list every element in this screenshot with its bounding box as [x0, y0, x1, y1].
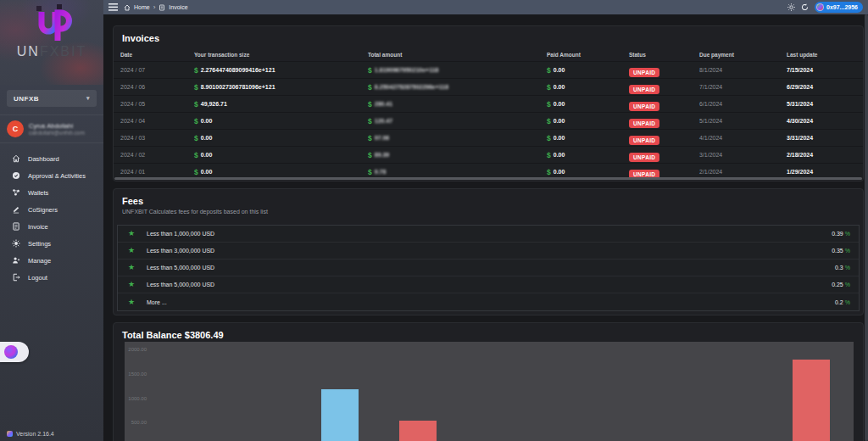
sidebar-item-settings[interactable]: Settings — [0, 235, 103, 252]
status-cell: UNPAID — [629, 131, 699, 146]
dollar-icon: $ — [547, 168, 551, 176]
transaction-size-cell: $0.00 — [194, 151, 368, 159]
dollar-icon: $ — [194, 117, 198, 126]
vertical-scrollbar[interactable] — [865, 14, 868, 441]
sidebar-item-approval-activities[interactable]: Approval & Activities — [0, 167, 103, 184]
horizontal-scrollbar[interactable] — [114, 177, 862, 180]
fee-rate-value: 0.3 — [835, 265, 843, 271]
star-icon: ★ — [128, 281, 147, 288]
percent-sign: % — [845, 265, 850, 271]
last-update-cell: 6/29/2024 — [787, 84, 863, 90]
paid-amount-cell-value: 0.00 — [554, 67, 565, 73]
main-content: Invoices DateYour transaction sizeTotal … — [103, 14, 868, 441]
table-row: 2024 / 06$8.9010027306781096e+121$8.2504… — [114, 78, 863, 95]
breadcrumb-home[interactable]: Home — [134, 4, 150, 10]
sidebar-item-manage[interactable]: Manage — [0, 252, 103, 269]
dollar-icon: $ — [547, 117, 551, 126]
sidebar-item-cosigners[interactable]: CoSigners — [0, 201, 103, 218]
wallet-avatar-icon — [816, 3, 824, 11]
invoice-icon — [12, 222, 20, 231]
sidebar-item-invoice[interactable]: Invoice — [0, 218, 103, 235]
total-amount-cell: $8.2504275287502296e+118 — [368, 83, 547, 92]
total-amount-cell-value: 1.8190967950210e+118 — [375, 67, 439, 73]
dollar-icon: $ — [547, 66, 551, 75]
dollar-icon: $ — [194, 100, 198, 109]
paid-amount-cell: $0.00 — [547, 66, 629, 75]
fee-list-item[interactable]: ★Less than 3,000,000 USD0.35% — [118, 243, 859, 260]
dollar-icon: $ — [368, 66, 372, 75]
fee-list-item[interactable]: ★Less than 1,000,000 USD0.39% — [118, 226, 859, 243]
org-selector-value: UNFXB — [14, 95, 39, 103]
dollar-icon: $ — [194, 168, 198, 176]
due-payment-cell: 5/1/2024 — [699, 118, 787, 124]
table-row: 2024 / 05$49,926.71$280.41$0.00UNPAID6/1… — [114, 95, 863, 112]
support-widget-button[interactable] — [0, 342, 29, 362]
date-cell: 2024 / 01 — [120, 169, 194, 175]
date-cell: 2024 / 07 — [120, 67, 194, 73]
sidebar: UNFXBIT UNFXB ▾ C Cyrus Abdollahi cabdol… — [0, 0, 103, 441]
status-cell: UNPAID — [629, 63, 699, 78]
user-name: Cyrus Abdollahi — [29, 122, 85, 130]
sidebar-item-label: Logout — [28, 274, 47, 282]
refresh-icon[interactable] — [801, 3, 809, 11]
menu-icon[interactable] — [108, 3, 118, 11]
transaction-size-cell-value: 2.2764474089099416e+121 — [201, 67, 275, 73]
user-email: cabdollahi@unfxb.com — [29, 130, 85, 136]
topbar: Home › Invoice 0x97...2956 — [103, 0, 868, 14]
manage-icon — [12, 256, 20, 265]
breadcrumb: Home › Invoice — [124, 4, 188, 11]
transaction-size-cell-value: 0.00 — [201, 118, 213, 124]
fee-rate-value: 0.35 — [832, 248, 843, 254]
paid-amount-cell-value: 0.00 — [554, 101, 565, 107]
table-row: 2024 / 03$0.00$97.06$0.00UNPAID4/1/20243… — [114, 129, 863, 146]
transaction-size-cell: $8.9010027306781096e+121 — [194, 83, 368, 92]
dollar-icon: $ — [194, 134, 198, 142]
transaction-size-cell: $0.00 — [194, 134, 368, 142]
status-cell: UNPAID — [629, 97, 699, 112]
dollar-icon: $ — [368, 117, 372, 126]
sidebar-item-wallets[interactable]: Wallets — [0, 184, 103, 201]
fee-tier-label: Less than 5,000,000 USD — [147, 265, 214, 271]
dollar-icon: $ — [368, 100, 372, 109]
version-label: Version 2.16.4 — [16, 431, 54, 437]
table-row: 2024 / 04$0.00$120.47$0.00UNPAID5/1/2024… — [114, 112, 863, 129]
sidebar-item-label: Wallets — [28, 189, 48, 197]
user-profile[interactable]: C Cyrus Abdollahi cabdollahi@unfxb.com — [0, 114, 103, 143]
fee-rate-value: 0.39 — [832, 231, 843, 237]
chevron-down-icon: ▾ — [86, 95, 90, 102]
status-cell: UNPAID — [629, 80, 699, 95]
brightness-icon[interactable] — [787, 3, 795, 11]
fee-list-item[interactable]: ★Less than 5,000,000 USD0.3% — [118, 260, 859, 276]
balance-bar-chart: 2000.001500.001000.00500.00 — [125, 342, 854, 441]
support-icon — [4, 345, 18, 359]
total-amount-cell-value: 89.39 — [375, 152, 390, 158]
wallet-address-button[interactable]: 0x97...2956 — [815, 2, 863, 13]
sidebar-item-logout[interactable]: Logout — [0, 269, 103, 286]
sidebar-item-dashboard[interactable]: Dashboard — [0, 150, 103, 167]
dollar-icon: $ — [368, 134, 372, 142]
sidebar-item-label: Dashboard — [28, 155, 59, 163]
total-amount-cell: $9.78 — [368, 168, 547, 176]
y-axis-tick-label: 1500.00 — [125, 371, 147, 377]
horizontal-scrollbar-thumb[interactable] — [114, 177, 862, 180]
org-selector-dropdown[interactable]: UNFXB ▾ — [7, 90, 97, 107]
fee-list-item[interactable]: ★Less than 5,000,000 USD0.25% — [118, 276, 859, 293]
paid-amount-cell-value: 0.00 — [554, 118, 565, 124]
vertical-scrollbar-thumb[interactable] — [865, 14, 868, 441]
sidebar-menu: DashboardApproval & ActivitiesWalletsCoS… — [0, 150, 103, 286]
chart-bar-3 — [793, 360, 830, 441]
paid-amount-cell: $0.00 — [547, 117, 629, 126]
status-badge: UNPAID — [629, 102, 659, 111]
fee-tier-label: Less than 1,000,000 USD — [147, 231, 214, 237]
transaction-size-cell-value: 49,926.71 — [201, 101, 227, 107]
sidebar-item-label: Manage — [28, 257, 51, 265]
logo-area: UNFXBIT — [0, 0, 103, 85]
column-header: Total amount — [368, 52, 547, 58]
wallet-address-label: 0x97...2956 — [826, 4, 858, 10]
fee-list-item[interactable]: ★More ...0.2% — [118, 293, 859, 310]
due-payment-cell: 7/1/2024 — [699, 84, 787, 90]
dollar-icon: $ — [547, 83, 551, 92]
transaction-size-cell: $49,926.71 — [194, 100, 368, 109]
star-icon: ★ — [128, 299, 147, 306]
paid-amount-cell: $0.00 — [547, 134, 629, 142]
